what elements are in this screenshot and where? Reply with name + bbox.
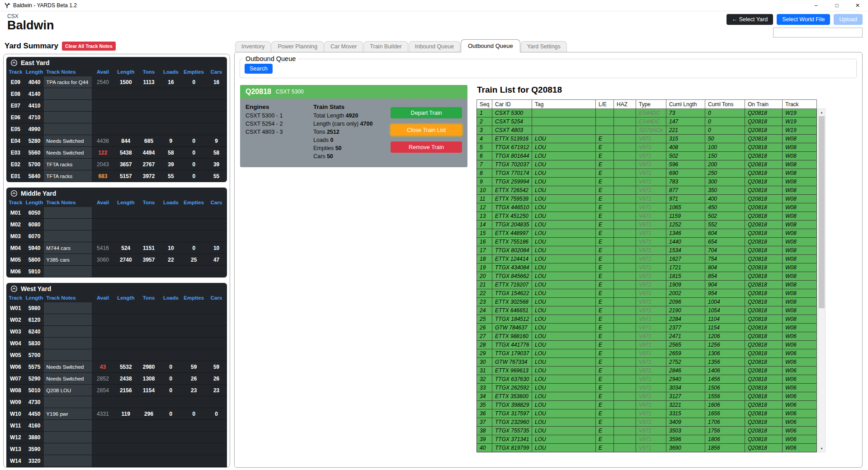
track-note-cell[interactable]	[44, 219, 92, 230]
train-car-row[interactable]: 26 GTW 784637 LOU E V971 2377 1154 Q2081…	[477, 324, 817, 332]
scroll-thumb[interactable]	[819, 116, 825, 308]
depart-train-button[interactable]: Depart Train	[391, 107, 462, 118]
train-car-row[interactable]: 16 ETTX 755186 LOU E V971 1440 654 Q2081…	[477, 238, 817, 246]
train-car-row[interactable]: 18 ETTX 124414 LOU E V971 1627 754 Q2081…	[477, 255, 817, 263]
train-car-row[interactable]: 15 ETTX 448997 LOU E V971 1346 604 Q2081…	[477, 229, 817, 238]
close-button[interactable]: ✕	[847, 0, 868, 11]
train-car-row[interactable]: 25 TTGX 184512 LOU E V971 2284 1104 Q208…	[477, 315, 817, 324]
train-car-row[interactable]: 10 ETTX 726542 LOU E V971 877 350 Q20818	[477, 186, 817, 195]
train-car-row[interactable]: 40 TTGX 819799 LOU E V971 3690 1856 Q208…	[477, 444, 817, 452]
track-note-cell[interactable]	[44, 455, 92, 467]
train-car-row[interactable]: 2 CSXT 5254 ES44DC 147 0 Q20818 W19	[477, 118, 817, 126]
track-row: E08 4140	[6, 88, 227, 100]
train-car-row[interactable]: 20 TTGX 845662 LOU E V971 1815 854 Q2081…	[477, 272, 817, 281]
scroll-up-button[interactable]: ▲	[818, 109, 825, 116]
track-note-cell[interactable]	[44, 266, 92, 277]
track-note-cell[interactable]	[44, 338, 92, 349]
clear-all-track-notes-button[interactable]: Clear All Track Notes	[62, 42, 116, 51]
train-car-row[interactable]: 36 TTGX 317597 LOU E V971 3315 1656 Q208…	[477, 409, 817, 418]
train-car-row[interactable]: 22 TTGX 154622 LOU E V971 2002 954 Q2081…	[477, 289, 817, 298]
train-car-row[interactable]: 35 TTGX 398829 LOU E V971 3221 1606 Q208…	[477, 401, 817, 409]
track-note-cell[interactable]: TFTA racks	[44, 159, 92, 170]
track-note-cell[interactable]	[44, 207, 92, 219]
scroll-down-button[interactable]: ▼	[818, 445, 825, 452]
tab-power-planning[interactable]: Power Planning	[271, 41, 324, 52]
train-car-row[interactable]: 4 ETTX 513916 LOU E V971 315 50 Q20818	[477, 135, 817, 143]
track-note-cell[interactable]	[44, 100, 92, 112]
train-car-row[interactable]: 27 ETTX 988160 LOU E V471 2471 1206 Q208…	[477, 332, 817, 341]
track-note-cell[interactable]: M744 cars	[44, 242, 92, 254]
train-car-row[interactable]: 17 TTGX 802084 LOU E V971 1534 704 Q2081…	[477, 246, 817, 255]
track-note-cell[interactable]	[44, 443, 92, 455]
train-car-row[interactable]: 7 TTGX 702037 LOU E V971 596 200 Q20818	[477, 160, 817, 169]
track-note-cell[interactable]: Needs Switched	[44, 361, 92, 373]
track-note-cell[interactable]: Needs Switched	[44, 373, 92, 385]
train-car-row[interactable]: 23 ETTX 302568 LOU E V971 2096 1004 Q208…	[477, 298, 817, 306]
track-note-cell[interactable]: Needs Switched	[44, 147, 92, 159]
train-car-row[interactable]: 3 CSXT 4803 SD70ACe 221 0 Q20818 W1	[477, 126, 817, 135]
train-car-row[interactable]: 29 TTGX 179037 LOU E V971 2659 1306 Q208…	[477, 349, 817, 358]
tab-inventory[interactable]: Inventory	[235, 41, 271, 52]
train-car-row[interactable]: 39 TTGX 371341 LOU E V971 3596 1806 Q208…	[477, 435, 817, 444]
track-note-cell[interactable]: Y385 cars	[44, 254, 92, 266]
track-note-cell[interactable]	[44, 314, 92, 326]
track-note-cell[interactable]: Needs Switched	[44, 135, 92, 147]
minimize-button[interactable]: –	[806, 0, 826, 11]
train-car-row[interactable]: 1 CSXT 5300 ES44DC 73 0 Q20818 W19	[477, 109, 817, 118]
track-note-cell[interactable]	[44, 88, 92, 100]
train-car-row[interactable]: 14 TTGX 204835 LOU E V971 1252 552 Q2081…	[477, 221, 817, 229]
select-world-file-button[interactable]: Select World File	[777, 14, 830, 25]
train-car-row[interactable]: 34 ETTX 353600 LOU E V971 3127 1556 Q208…	[477, 392, 817, 401]
collapse-chevron-icon[interactable]	[10, 190, 18, 197]
track-note-cell[interactable]	[44, 396, 92, 408]
tons-cell	[138, 396, 160, 408]
track-note-cell[interactable]	[44, 349, 92, 361]
train-car-row[interactable]: 32 TTGX 637630 LOU E V971 2940 1456 Q208…	[477, 375, 817, 384]
maximize-button[interactable]: □	[826, 0, 847, 11]
train-car-row[interactable]: 28 TTGX 441776 LOU E V971 2565 1256 Q208…	[477, 341, 817, 349]
train-car-row[interactable]: 11 ETTX 759539 LOU E V971 971 400 Q20818	[477, 195, 817, 203]
train-car-row[interactable]: 13 ETTX 451250 LOU E V471 1159 502 Q2081…	[477, 212, 817, 221]
tab-car-mover[interactable]: Car Mover	[324, 41, 363, 52]
collapse-chevron-icon[interactable]	[10, 285, 18, 292]
remove-train-button[interactable]: Remove Train	[391, 141, 462, 153]
track-note-cell[interactable]	[44, 230, 92, 242]
track-note-cell[interactable]	[44, 420, 92, 432]
track-note-cell[interactable]	[44, 123, 92, 135]
track-note-cell[interactable]	[44, 302, 92, 314]
train-car-row[interactable]: 31 ETTX 969613 LOU E V971 2846 1406 Q208…	[477, 367, 817, 375]
upload-button[interactable]: Upload	[834, 14, 863, 25]
track-note-cell[interactable]: TFTA racks	[44, 170, 92, 182]
track-note-cell[interactable]	[44, 112, 92, 123]
cuml-tons-cell: 1206	[705, 332, 745, 341]
world-file-path-input[interactable]	[773, 28, 863, 38]
train-car-row[interactable]: 33 TTGX 262592 LOU E V971 3034 1506 Q208…	[477, 384, 817, 392]
train-car-row[interactable]: 19 TTGX 434084 LOU E V971 1721 804 Q2081…	[477, 263, 817, 272]
train-car-row[interactable]: 5 TTGX 671912 LOU E V971 408 100 Q20818	[477, 143, 817, 152]
select-yard-button[interactable]: ← Select Yard	[726, 14, 773, 25]
search-button[interactable]: Search	[245, 64, 273, 74]
track-note-cell[interactable]	[44, 432, 92, 443]
train-car-row[interactable]: 21 ETTX 719207 LOU E V971 1909 904 Q2081…	[477, 281, 817, 289]
train-car-row[interactable]: 30 GTW 767334 LOU E V971 2752 1356 Q2081…	[477, 358, 817, 367]
track-note-cell[interactable]	[44, 467, 92, 468]
track-note-cell[interactable]	[44, 326, 92, 338]
train-list-scrollbar[interactable]: ▲ ▼	[818, 108, 826, 452]
close-train-list-button[interactable]: Close Train List	[391, 124, 462, 136]
tab-outbound-queue[interactable]: Outbound Queue	[461, 39, 520, 52]
tab-yard-settings[interactable]: Yard Settings	[521, 41, 567, 52]
tab-inbound-queue[interactable]: Inbound Queue	[409, 41, 460, 52]
train-car-row[interactable]: 38 TTGX 755735 LOU E V971 3503 1756 Q208…	[477, 427, 817, 435]
train-car-row[interactable]: 37 TTGX 232960 LOU E V971 3409 1706 Q208…	[477, 418, 817, 427]
track-note-cell[interactable]: TPA racks for Q44	[44, 76, 92, 88]
track-id-cell: W08	[6, 385, 25, 396]
train-car-row[interactable]: 6 TTGX 801644 LOU E V971 502 150 Q20818	[477, 152, 817, 160]
train-car-row[interactable]: 24 ETTX 646651 LOU E V971 2190 1054 Q208…	[477, 306, 817, 315]
train-car-row[interactable]: 8 TTGX 770174 LOU E V971 690 250 Q20818	[477, 169, 817, 178]
track-note-cell[interactable]: Q208 LOU	[44, 385, 92, 396]
track-note-cell[interactable]: Y196 pwr	[44, 408, 92, 420]
train-car-row[interactable]: 12 TTGX 446510 LOU E V971 1065 450 Q2081…	[477, 203, 817, 212]
tab-train-builder[interactable]: Train Builder	[363, 41, 408, 52]
collapse-chevron-icon[interactable]	[10, 59, 18, 66]
train-car-row[interactable]: 9 TTGX 259994 LOU E V971 783 300 Q20818	[477, 178, 817, 186]
